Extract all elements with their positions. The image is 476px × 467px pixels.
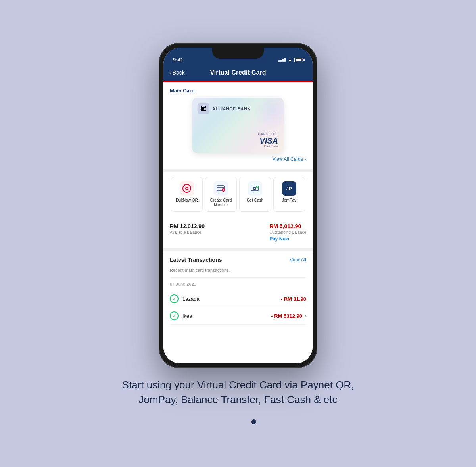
get-cash-label: Get Cash xyxy=(247,198,263,203)
phone-screen: 9:41 ▲ ‹ Bac xyxy=(163,48,313,363)
transaction-date: 07 June 2020 xyxy=(170,282,306,286)
footer-text-block: Start using your Virtual Credit Card via… xyxy=(103,378,373,407)
chevron-left-icon: ‹ xyxy=(170,69,172,76)
duitnow-qr-label: DuitNow QR xyxy=(176,198,198,203)
action-get-cash[interactable]: Get Cash xyxy=(239,177,271,212)
action-create-card[interactable]: Create Card Number xyxy=(205,177,237,212)
svg-text:JP: JP xyxy=(286,186,292,192)
card-brand: VISA xyxy=(259,137,278,145)
pay-now-link[interactable]: Pay Now xyxy=(269,236,306,242)
create-card-label: Create Card Number xyxy=(208,198,234,208)
create-card-icon xyxy=(214,181,228,196)
view-all-transactions-link[interactable]: View All xyxy=(290,257,306,263)
balance-section: RM 12,012.90 Available Balance RM 5,012.… xyxy=(163,217,313,248)
transactions-title: Latest Transactions xyxy=(170,257,222,263)
phone-frame: 9:41 ▲ ‹ Bac xyxy=(159,43,317,368)
svg-point-2 xyxy=(186,188,188,189)
bank-name: ALLIANCE BANK xyxy=(212,106,251,111)
check-icon-lazada: ✓ xyxy=(170,294,178,303)
transactions-desc: Recent main card transactions. xyxy=(170,268,306,278)
card-top: 🏛 ALLIANCE BANK xyxy=(198,103,278,114)
lazada-amount: - RM 31.90 xyxy=(281,296,306,302)
section-label: Main Card xyxy=(170,88,306,94)
action-duitnow-qr[interactable]: DuitNow QR xyxy=(171,177,203,212)
ikea-name: Ikea xyxy=(182,313,192,319)
action-jompay[interactable]: JP JomPay xyxy=(273,177,305,212)
dot-3[interactable] xyxy=(236,420,240,424)
status-icons: ▲ xyxy=(278,57,303,63)
signal-icon xyxy=(278,58,286,62)
wifi-icon: ▲ xyxy=(288,57,292,63)
jompay-icon: JP xyxy=(282,181,296,196)
lazada-name: Lazada xyxy=(182,296,200,302)
card-brand-sub: Platinum xyxy=(264,145,278,148)
page-title: Virtual Credit Card xyxy=(210,69,266,76)
check-icon-ikea: ✓ xyxy=(170,311,178,320)
nav-bar: ‹ Back Virtual Credit Card xyxy=(163,65,313,82)
available-amount: RM 12,012.90 xyxy=(170,223,205,229)
dot-5-active[interactable] xyxy=(251,419,256,424)
cardholder-name: DAVID LEE xyxy=(258,132,278,136)
available-label: Available Balance xyxy=(170,230,205,234)
quick-actions: DuitNow QR Create Card N xyxy=(163,172,313,217)
credit-card[interactable]: 🏛 ALLIANCE BANK DAVID LEE VISA Platinum xyxy=(192,98,284,153)
transactions-section: Latest Transactions View All Recent main… xyxy=(163,251,313,363)
content-area: Main Card 🏛 ALLIANCE BANK DAVID LEE VISA… xyxy=(163,82,313,363)
transaction-ikea[interactable]: ✓ Ikea - RM 5312.90 › xyxy=(170,307,306,325)
outstanding-balance: RM 5,012.90 Outstanding Balance Pay Now xyxy=(269,223,306,242)
chevron-right-icon: › xyxy=(305,156,306,162)
page-wrapper: 9:41 ▲ ‹ Bac xyxy=(103,43,373,424)
view-all-cards-link[interactable]: View All Cards › xyxy=(170,153,306,163)
duitnow-qr-icon xyxy=(180,181,194,196)
bank-logo: 🏛 xyxy=(198,103,209,114)
back-button[interactable]: ‹ Back xyxy=(170,69,185,76)
dot-2[interactable] xyxy=(228,420,232,424)
footer-text: Start using your Virtual Credit Card via… xyxy=(119,378,357,407)
outstanding-amount: RM 5,012.90 xyxy=(269,223,306,229)
ikea-amount: - RM 5312.90 xyxy=(271,313,302,319)
card-bottom: DAVID LEE VISA Platinum xyxy=(198,132,278,148)
dot-4[interactable] xyxy=(244,420,248,424)
battery-icon xyxy=(294,58,303,62)
card-section: Main Card 🏛 ALLIANCE BANK DAVID LEE VISA… xyxy=(163,82,313,169)
status-time: 9:41 xyxy=(173,57,183,63)
available-balance: RM 12,012.90 Available Balance xyxy=(170,223,205,234)
dot-1[interactable] xyxy=(220,420,224,424)
transactions-header: Latest Transactions View All xyxy=(170,257,306,263)
outstanding-label: Outstanding Balance xyxy=(269,230,306,234)
pagination-dots xyxy=(220,419,256,424)
phone-notch xyxy=(212,48,264,59)
back-label: Back xyxy=(173,69,185,76)
jompay-label: JomPay xyxy=(282,198,296,203)
transaction-lazada[interactable]: ✓ Lazada - RM 31.90 xyxy=(170,290,306,307)
get-cash-icon xyxy=(248,181,262,196)
chevron-right-ikea-icon: › xyxy=(305,313,306,319)
svg-point-9 xyxy=(253,187,256,190)
